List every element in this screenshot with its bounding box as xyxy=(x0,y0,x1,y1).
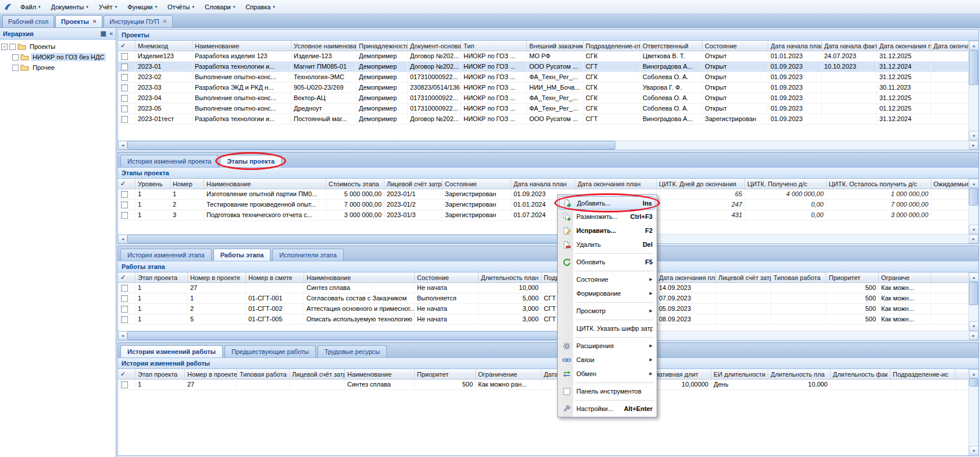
menubar-item[interactable]: Файл▾ xyxy=(15,2,46,12)
scroll-right-icon[interactable]: ► xyxy=(969,235,978,243)
window-tab[interactable]: Проекты✕ xyxy=(55,15,102,27)
context-menu-item[interactable]: ЦИТК. Указать шифр затрат... xyxy=(559,321,655,335)
sidebar-collapse-icon[interactable]: « xyxy=(109,30,113,37)
column-header[interactable]: Длительность фак xyxy=(831,369,890,379)
context-menu-item[interactable]: Панель инструментов xyxy=(559,384,655,398)
column-header[interactable]: Лицевой счёт затр xyxy=(290,369,345,379)
projects-row[interactable]: 2023-04Выполнение опытно-конс...Вектор-А… xyxy=(118,93,968,104)
tab-история-изменений-проекта[interactable]: История изменений проекта xyxy=(120,155,218,167)
column-header[interactable]: Дата окончания план xyxy=(657,272,716,282)
column-header[interactable]: Номер в проекте xyxy=(188,272,246,282)
column-header[interactable]: Подразделение-от xyxy=(583,41,640,51)
column-header[interactable]: Типовая работа xyxy=(237,369,290,379)
column-header[interactable]: Дата начала план xyxy=(768,41,822,51)
tree-node[interactable]: НИОКР по ГОЗ без НДС xyxy=(1,52,115,62)
menubar-item[interactable]: Отчёты▾ xyxy=(162,2,199,12)
tab-история-изменений-этапа[interactable]: История изменений этапа xyxy=(120,249,212,261)
scrollbar-thumb[interactable] xyxy=(969,50,978,85)
column-header[interactable]: Длительность план▼ xyxy=(479,272,541,282)
column-header[interactable]: Внешний заказчик xyxy=(527,41,583,51)
menubar-item[interactable]: Документы▾ xyxy=(46,2,94,12)
projects-row[interactable]: 2023-05Выполнение опытно-конс...Дредноут… xyxy=(118,104,968,114)
menubar-item[interactable]: Словари▾ xyxy=(199,2,240,12)
window-tab[interactable]: Рабочий стол xyxy=(2,15,54,27)
context-menu-item[interactable]: ОбновитьF5 xyxy=(559,255,655,269)
column-header[interactable]: Дата окончания ф xyxy=(931,41,968,51)
column-header[interactable]: Состояние xyxy=(703,41,768,51)
scroll-left-icon[interactable]: ◄ xyxy=(118,331,127,340)
row-checkbox[interactable] xyxy=(121,212,128,219)
context-menu-item[interactable]: Формирование▶ xyxy=(559,286,655,300)
horizontal-scrollbar[interactable]: ◄► xyxy=(118,234,978,243)
column-header[interactable]: Приоритет xyxy=(415,369,476,379)
stages-row[interactable]: 12Тестирование произведенной опыт...7 00… xyxy=(118,200,968,210)
context-menu-item[interactable]: Добавить...Ins xyxy=(559,196,655,210)
column-header[interactable]: Номер xyxy=(170,179,204,189)
scrollbar-thumb[interactable] xyxy=(127,331,615,340)
column-header[interactable]: Ожидаемые xyxy=(931,179,968,189)
scroll-left-icon[interactable]: ◄ xyxy=(118,141,127,150)
projects-row[interactable]: 2023-03Разработка ЭКД и РКД н...905-U020… xyxy=(118,83,968,93)
column-header[interactable]: Наименование xyxy=(345,369,415,379)
row-checkbox[interactable] xyxy=(121,74,128,81)
vertical-scrollbar[interactable]: ▲▼ xyxy=(968,179,978,234)
column-header[interactable]: Наименование xyxy=(304,272,415,282)
tree-node-checkbox[interactable] xyxy=(12,54,19,61)
row-checkbox[interactable] xyxy=(121,295,128,302)
row-checkbox[interactable] xyxy=(121,105,128,112)
column-header[interactable]: Мнемокод xyxy=(136,41,193,51)
menubar-item[interactable]: Функции▾ xyxy=(122,2,162,12)
column-header[interactable]: ✓ xyxy=(118,41,136,51)
column-header[interactable]: ✓ xyxy=(118,272,136,282)
column-header[interactable]: Состояние xyxy=(443,179,511,189)
row-checkbox[interactable] xyxy=(121,95,128,102)
column-header[interactable]: Ответственный xyxy=(640,41,703,51)
sidebar-pin-icon[interactable]: ▦ xyxy=(100,30,106,37)
column-header[interactable]: Принадлежность xyxy=(357,41,408,51)
vertical-scrollbar[interactable]: ▲▼ xyxy=(968,369,978,455)
column-header[interactable]: Дата начала факт xyxy=(822,41,877,51)
row-checkbox[interactable] xyxy=(121,381,128,388)
works-row[interactable]: 1101-СГТ-001Согласовать состав с Заказчи… xyxy=(118,293,968,304)
horizontal-scrollbar[interactable]: ◄► xyxy=(118,140,978,150)
tab-история-изменений-работы[interactable]: История изменений работы xyxy=(120,345,223,357)
column-header[interactable]: Подразделение-ис xyxy=(890,369,956,379)
works-row[interactable]: 127Синтез сплаваНе начата10,00014.09.202… xyxy=(118,283,968,293)
column-header[interactable]: Документ-основан xyxy=(408,41,461,51)
column-header[interactable]: Номер в проекте xyxy=(185,369,237,379)
row-checkbox[interactable] xyxy=(121,53,128,60)
context-menu-item[interactable]: Исправить...F2 xyxy=(559,224,655,238)
column-header[interactable]: ЦИТК. Осталось получить д/с xyxy=(826,179,931,189)
row-checkbox[interactable] xyxy=(121,191,128,198)
scroll-up-icon[interactable]: ▲ xyxy=(969,41,978,50)
horizontal-scrollbar[interactable]: ◄► xyxy=(118,331,978,340)
tree-expander-icon[interactable]: − xyxy=(1,44,8,50)
column-header[interactable]: Длительность пла xyxy=(768,369,831,379)
column-header[interactable]: Уровень xyxy=(136,179,170,189)
scrollbar-thumb[interactable] xyxy=(969,188,978,206)
close-tab-icon[interactable]: ✕ xyxy=(92,19,97,24)
column-header[interactable]: Наименование xyxy=(193,41,291,51)
scroll-up-icon[interactable]: ▲ xyxy=(969,369,978,378)
scroll-right-icon[interactable]: ► xyxy=(969,331,978,340)
tree-node-checkbox[interactable] xyxy=(9,44,16,50)
scroll-left-icon[interactable]: ◄ xyxy=(118,235,127,243)
works-row[interactable]: 1501-СГТ-005Описать используемую техноло… xyxy=(118,314,968,325)
scroll-down-icon[interactable]: ▼ xyxy=(969,321,978,331)
row-checkbox[interactable] xyxy=(121,316,128,323)
column-header[interactable]: ✓ xyxy=(118,179,136,189)
menubar-item[interactable]: Справка▾ xyxy=(240,2,280,12)
column-header[interactable]: Лицевой счёт затр xyxy=(716,272,771,282)
projects-row[interactable]: Изделие123Разработка изделия 123Изделие-… xyxy=(118,51,968,62)
tree-node[interactable]: −Проекты xyxy=(1,41,115,52)
column-header[interactable]: Этап проекта xyxy=(136,369,185,379)
column-header[interactable]: Лицевой счёт затрат xyxy=(384,179,443,189)
projects-row[interactable]: 2023-02Выполнение опытно-конс...Технолог… xyxy=(118,72,968,83)
column-header[interactable]: Условное наименова xyxy=(291,41,357,51)
window-tab[interactable]: Инструкции ПУП✕ xyxy=(104,15,173,27)
context-menu-item[interactable]: Настройки...Alt+Enter xyxy=(559,402,655,416)
column-header[interactable]: ЕИ длительности xyxy=(711,369,768,379)
column-header[interactable]: Ограниче xyxy=(879,272,931,282)
context-menu-item[interactable]: Связи▶ xyxy=(559,353,655,367)
column-header[interactable]: Приоритет xyxy=(826,272,879,282)
